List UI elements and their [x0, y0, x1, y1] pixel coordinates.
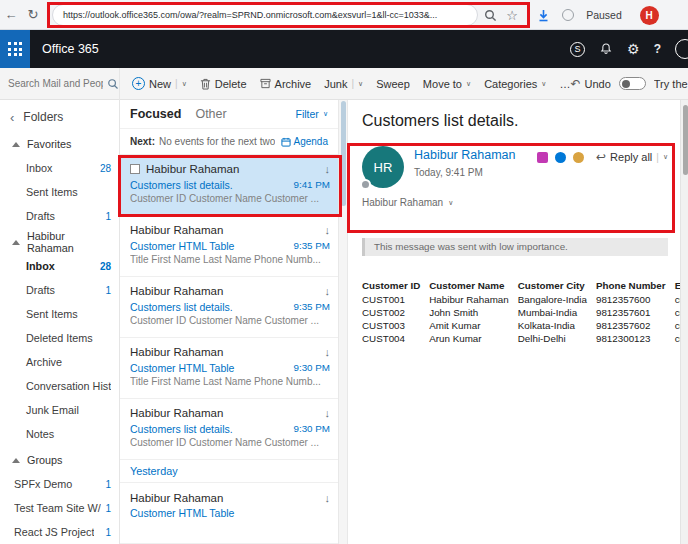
folder-drafts-favorites[interactable]: Drafts1	[0, 204, 119, 228]
unread-count: 1	[105, 527, 111, 538]
browser-profile-avatar[interactable]: H	[638, 0, 660, 30]
low-importance-icon: ↓	[325, 492, 331, 504]
folders-pane: ‹ Folders Favorites Inbox28 Sent Items D…	[0, 100, 120, 544]
sweep-label: Sweep	[376, 78, 410, 90]
try-new-outlook-toggle[interactable]	[619, 77, 646, 90]
folder-junk-email[interactable]: Junk Email	[0, 398, 119, 422]
app-launcher-button[interactable]	[0, 30, 30, 68]
addin-icon-1[interactable]	[537, 152, 548, 163]
notifications-bell-icon[interactable]	[599, 42, 613, 56]
undo-button[interactable]: ↶ Undo	[570, 77, 610, 91]
section-groups[interactable]: Groups	[0, 448, 119, 472]
cell: 9812300123	[596, 332, 675, 345]
account-avatar[interactable]	[675, 39, 688, 59]
expand-triangle-icon	[12, 142, 20, 147]
message-item-3[interactable]: Habibur Rahaman↓ Customers list details.…	[120, 277, 338, 338]
cell: Delhi-Delhi	[518, 332, 596, 345]
folder-label: Inbox	[26, 260, 55, 272]
sweep-button[interactable]: Sweep	[376, 78, 410, 90]
next-events-bar[interactable]: Next: No events for the next two Agenda	[120, 129, 338, 155]
delete-button[interactable]: Delete	[200, 78, 247, 90]
email-subject: Customers list details.	[362, 112, 668, 132]
email-timestamp: Today, 9:41 PM	[414, 167, 515, 178]
section-favorites[interactable]: Favorites	[0, 132, 119, 156]
bookmark-star-icon[interactable]: ☆	[502, 0, 522, 30]
move-to-label: Move to	[423, 78, 462, 90]
message-list-pane: Focused Other Filter∨ Next: No events fo…	[120, 100, 339, 544]
message-item-2[interactable]: Habibur Rahaman↓ Customer HTML Table9:35…	[120, 216, 338, 277]
message-checkbox[interactable]	[130, 164, 140, 174]
skype-icon[interactable]: S	[570, 42, 585, 57]
agenda-button[interactable]: Agenda	[275, 136, 328, 147]
group-spfx-demo[interactable]: SPFx Demo1	[0, 472, 119, 496]
folder-sent-items[interactable]: Sent Items	[0, 302, 119, 326]
message-sender: Habibur Rahaman	[130, 407, 223, 419]
filter-label: Filter	[296, 108, 319, 120]
group-label: SPFx Demo	[14, 478, 72, 490]
folder-drafts[interactable]: Drafts1	[0, 278, 119, 302]
calendar-icon	[281, 137, 291, 147]
folder-conversation-history[interactable]: Conversation History	[0, 374, 119, 398]
col-header: Customer City	[518, 278, 596, 293]
unread-count: 1	[105, 503, 111, 514]
folder-notes[interactable]: Notes	[0, 422, 119, 446]
archive-button[interactable]: Archive	[260, 78, 312, 90]
section-account[interactable]: Habibur Rahaman	[0, 230, 119, 254]
folder-inbox-favorites[interactable]: Inbox28	[0, 156, 119, 180]
message-item-5[interactable]: Habibur Rahaman↓ Customers list details.…	[120, 399, 338, 460]
addin-icon-2[interactable]	[555, 152, 566, 163]
group-react-js-project[interactable]: React JS Project1	[0, 520, 119, 544]
help-icon[interactable]: ?	[654, 42, 661, 56]
new-button[interactable]: + New |∨	[132, 77, 187, 90]
recipient-line[interactable]: Habibur Rahaman ∨	[362, 197, 668, 208]
table-row: CUST004Arun KumarDelhi-Delhi9812300123cu…	[362, 332, 680, 345]
message-subject: Customers list details.	[130, 423, 233, 435]
folder-archive[interactable]: Archive	[0, 350, 119, 374]
table-header-row: Customer ID Customer Name Customer City …	[362, 278, 680, 293]
reply-all-button[interactable]: ↩ Reply all |∨	[596, 146, 668, 164]
message-item-6[interactable]: Habibur Rahaman↓ Customer HTML Table	[120, 483, 338, 544]
addin-icon-3[interactable]	[573, 152, 584, 163]
search-mail-box[interactable]: Search Mail and People	[0, 68, 120, 100]
folder-inbox[interactable]: Inbox28	[0, 254, 119, 278]
message-subject: Customer HTML Table	[130, 507, 234, 519]
tab-other[interactable]: Other	[195, 107, 226, 121]
extension-icon[interactable]	[558, 0, 578, 30]
back-icon[interactable]: ←	[0, 0, 22, 30]
folder-label: Drafts	[26, 284, 55, 296]
message-item-4[interactable]: Habibur Rahaman↓ Customer HTML Table9:30…	[120, 338, 338, 399]
filter-button[interactable]: Filter∨	[296, 108, 328, 120]
junk-button[interactable]: Junk |∨	[324, 78, 363, 90]
col-header: Customer Name	[429, 278, 518, 293]
unread-count: 1	[105, 211, 111, 222]
folder-label: Junk Email	[26, 404, 79, 416]
collapse-pane-icon[interactable]: ‹	[10, 110, 14, 125]
refresh-icon[interactable]: ↻	[22, 0, 44, 30]
message-list-scrollbar[interactable]	[339, 100, 348, 544]
unread-count: 1	[105, 479, 111, 490]
reply-all-icon: ↩	[596, 150, 606, 164]
group-test-team-site[interactable]: Test Team Site W/1	[0, 496, 119, 520]
profile-initial: H	[640, 6, 659, 25]
sender-name-link[interactable]: Habibur Rahaman	[414, 148, 515, 164]
chevron-down-icon: ∨	[466, 80, 471, 88]
cell: Arun Kumar	[429, 332, 518, 345]
address-bar[interactable]: https://outlook.office365.com/owa/?realm…	[52, 4, 478, 26]
page-scrollbar[interactable]	[680, 100, 688, 544]
scrollbar-thumb[interactable]	[341, 101, 346, 206]
folder-sent-items-favorites[interactable]: Sent Items	[0, 180, 119, 204]
chevron-down-icon: ∨	[323, 110, 328, 118]
categories-button[interactable]: Categories∨	[484, 78, 546, 90]
sender-avatar[interactable]: HR	[362, 146, 404, 188]
sync-paused-label[interactable]: Paused	[582, 0, 626, 30]
settings-gear-icon[interactable]: ⚙	[627, 41, 640, 57]
download-icon[interactable]	[533, 0, 553, 30]
omnibox-search-icon[interactable]	[480, 0, 500, 30]
more-commands-button[interactable]: …	[559, 78, 570, 90]
folder-deleted-items[interactable]: Deleted Items	[0, 326, 119, 350]
scrollbar-thumb[interactable]	[683, 105, 688, 175]
move-to-button[interactable]: Move to∨	[423, 78, 471, 90]
message-item-1[interactable]: Habibur Rahaman↓ Customers list details.…	[120, 155, 338, 216]
tab-focused[interactable]: Focused	[130, 107, 181, 121]
folders-header[interactable]: ‹ Folders	[0, 100, 119, 132]
